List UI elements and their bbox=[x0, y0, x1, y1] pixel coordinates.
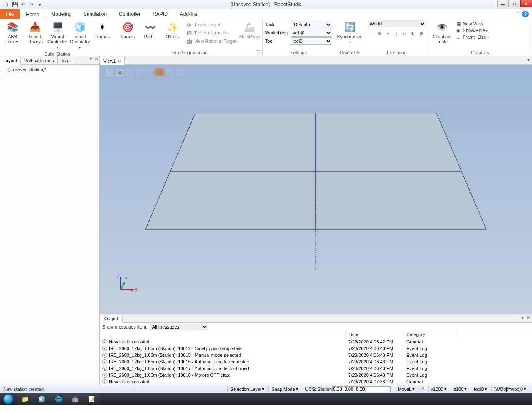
output-close-icon[interactable]: ✕ bbox=[525, 315, 531, 320]
taskbar-app2-icon[interactable]: 🌐 bbox=[50, 393, 66, 405]
multimove-button[interactable]: 🦾 MultiMove bbox=[240, 20, 260, 40]
3d-viewport[interactable]: ▢ ▣ ◇ ○ ◯ ▦ △ ⬡ X Y Z bbox=[100, 65, 532, 314]
qat-save-icon[interactable]: 💾 bbox=[12, 1, 18, 8]
group-title-settings: Settings bbox=[265, 49, 332, 56]
tab-controller[interactable]: Controller bbox=[113, 9, 147, 19]
wobj-status[interactable]: \WObj:=wobj0▾ bbox=[491, 386, 529, 392]
output-category: General bbox=[404, 379, 458, 384]
freehand-jog-icon[interactable]: ⤴ bbox=[393, 30, 400, 37]
tab-tags[interactable]: Tags bbox=[58, 56, 74, 64]
taskbar-app1-icon[interactable]: 🧊 bbox=[33, 393, 50, 405]
close-button[interactable]: ✕ bbox=[520, 0, 532, 7]
import-geometry-button[interactable]: 🧊 Import Geometry bbox=[70, 20, 90, 51]
show-hide-button[interactable]: ◉Show/Hide bbox=[456, 27, 489, 33]
output-col-time[interactable]: Time bbox=[346, 331, 404, 338]
output-tab[interactable]: Output bbox=[100, 315, 123, 323]
output-time: 7/23/2020 4:06:43 PM bbox=[346, 373, 404, 378]
vt-icon-7[interactable]: △ bbox=[165, 68, 174, 76]
ucs-field[interactable] bbox=[332, 386, 391, 392]
output-row[interactable]: iIRB_2600_12kg_1.65m (Station): 10015 - … bbox=[100, 352, 532, 358]
start-button[interactable] bbox=[0, 393, 17, 405]
output-row[interactable]: iIRB_2600_12kg_1.65m (Station): 10016 - … bbox=[100, 358, 532, 365]
output-row[interactable]: iNew station created.7/23/2020 4:06:42 P… bbox=[100, 338, 532, 345]
world-select[interactable]: World bbox=[368, 20, 426, 27]
snap-mode[interactable]: Snap Mode▾ bbox=[268, 386, 300, 392]
vt-icon-8[interactable]: ⬡ bbox=[175, 68, 184, 76]
windows-taskbar: 📁 🧊 🌐 🤖 📝 bbox=[0, 393, 532, 405]
tab-file[interactable]: File bbox=[0, 9, 20, 19]
tab-paths-targets[interactable]: Paths&Targets bbox=[21, 56, 58, 64]
station-node[interactable]: ⬚ [Unsaved Station]* bbox=[2, 66, 97, 72]
taskbar-explorer-icon[interactable]: 📁 bbox=[17, 393, 33, 405]
panel-dropdown-icon[interactable]: ▾ bbox=[88, 56, 94, 64]
workobject-select[interactable]: wobj0 bbox=[291, 29, 332, 37]
ribbon-collapse-icon[interactable]: ⌃ bbox=[516, 12, 520, 16]
import-library-button[interactable]: 📥 Import Library bbox=[25, 20, 45, 45]
output-row[interactable]: iIRB_2600_12kg_1.65m (Station): 10012 - … bbox=[100, 345, 532, 352]
tab-layout[interactable]: Layout bbox=[0, 57, 21, 65]
group-freehand: World ↔ ⟳ ✂ ⤴ ↦ ↻ ⚙ Freehand bbox=[365, 19, 429, 56]
freehand-move-icon[interactable]: ↔ bbox=[368, 30, 375, 37]
freehand-joints-icon[interactable]: ⚙ bbox=[418, 30, 425, 37]
vt-icon-6[interactable]: ▦ bbox=[155, 68, 164, 76]
tab-rapid[interactable]: RAPID bbox=[147, 9, 174, 19]
tab-simulation[interactable]: Simulation bbox=[78, 9, 113, 19]
path-group-launcher[interactable]: ↘ bbox=[256, 50, 261, 55]
vt-icon-5[interactable]: ◯ bbox=[145, 68, 154, 76]
task-select[interactable]: (Default) bbox=[291, 21, 332, 28]
tab-home[interactable]: Home bbox=[20, 10, 45, 19]
synchronize-button[interactable]: 🔄 Synchronize bbox=[337, 20, 362, 46]
motion-type[interactable]: MoveL▾ bbox=[395, 386, 417, 392]
filter-select[interactable]: All messages bbox=[150, 324, 208, 330]
target-button[interactable]: 🎯 Target bbox=[118, 20, 138, 40]
freehand-reorient-icon[interactable]: ↻ bbox=[409, 30, 417, 37]
frame-button[interactable]: ✦ Frame bbox=[92, 20, 112, 40]
path-button[interactable]: 〰️ Path bbox=[140, 20, 160, 40]
output-row[interactable]: iIRB_2600_12kg_1.65m (Station): 10017 - … bbox=[100, 365, 532, 372]
output-col-message[interactable] bbox=[100, 331, 346, 338]
view1-tab[interactable]: View1 ✕ bbox=[100, 57, 125, 65]
maximize-button[interactable]: □ bbox=[509, 0, 520, 7]
qat-undo-icon[interactable]: ↶ bbox=[20, 1, 27, 8]
freehand-cut-icon[interactable]: ✂ bbox=[384, 30, 392, 37]
vt-icon-2[interactable]: ▣ bbox=[116, 68, 124, 76]
speed[interactable]: v1000▾ bbox=[428, 386, 449, 392]
output-dropdown-icon[interactable]: ▾ bbox=[520, 315, 525, 320]
teach-instruction-button[interactable]: ▤Teach Instruction bbox=[185, 29, 237, 37]
tab-modeling[interactable]: Modeling bbox=[45, 9, 78, 19]
panel-close-icon[interactable]: ✕ bbox=[94, 56, 99, 64]
view-dropdown-icon[interactable]: ▾ bbox=[525, 57, 531, 62]
group-settings: Task (Default) Workobject wobj0 Tool too… bbox=[263, 19, 335, 56]
vt-icon-4[interactable]: ○ bbox=[135, 68, 144, 76]
tab-addins[interactable]: Add-Ins bbox=[174, 9, 203, 19]
graphics-tools-button[interactable]: 👁️ Graphics Tools bbox=[431, 20, 453, 45]
freehand-rotate-icon[interactable]: ⟳ bbox=[376, 30, 384, 37]
view-robot-button[interactable]: 🤖View Robot at Target bbox=[185, 37, 237, 45]
tool-status[interactable]: tool0▾ bbox=[471, 386, 490, 392]
virtual-controller-button[interactable]: 🖥️ Virtual Controller bbox=[47, 20, 67, 51]
output-row[interactable]: iIRB_2600_12kg_1.65m (Station): 10010 - … bbox=[100, 372, 532, 378]
new-view-button[interactable]: ▦New View bbox=[456, 21, 489, 27]
tool-select[interactable]: tool0 bbox=[291, 37, 332, 45]
output-col-category[interactable]: Category bbox=[404, 331, 458, 338]
qat-more-icon[interactable]: ▾ bbox=[37, 1, 43, 8]
freehand-linear-icon[interactable]: ↦ bbox=[401, 30, 409, 37]
qat-redo-icon[interactable]: ↷ bbox=[28, 1, 35, 8]
output-category: Event Log bbox=[404, 373, 458, 378]
taskbar-app3-icon[interactable]: 🤖 bbox=[66, 393, 83, 405]
teach-target-button[interactable]: ◎Teach Target bbox=[185, 21, 237, 28]
zone[interactable]: z100▾ bbox=[451, 386, 470, 392]
minimize-button[interactable]: — bbox=[497, 0, 509, 7]
other-button[interactable]: ✨ Other bbox=[163, 20, 182, 40]
help-icon[interactable]: ? bbox=[522, 11, 529, 17]
vt-icon-1[interactable]: ▢ bbox=[106, 68, 114, 76]
qat-new-icon[interactable]: 🗋 bbox=[3, 1, 10, 8]
taskbar-app4-icon[interactable]: 📝 bbox=[83, 393, 100, 405]
vt-icon-3[interactable]: ◇ bbox=[126, 68, 134, 76]
selection-level[interactable]: Selection Level▾ bbox=[227, 386, 267, 392]
output-row[interactable]: iNew station created.7/23/2020 4:07:38 P… bbox=[100, 378, 532, 385]
frame-size-button[interactable]: ⟂Frame Size bbox=[456, 34, 489, 40]
view-tab-close-icon[interactable]: ✕ bbox=[118, 59, 121, 64]
layout-tree: ⬚ [Unsaved Station]* bbox=[0, 65, 99, 74]
abb-library-button[interactable]: 📚 ABB Library bbox=[2, 20, 22, 45]
